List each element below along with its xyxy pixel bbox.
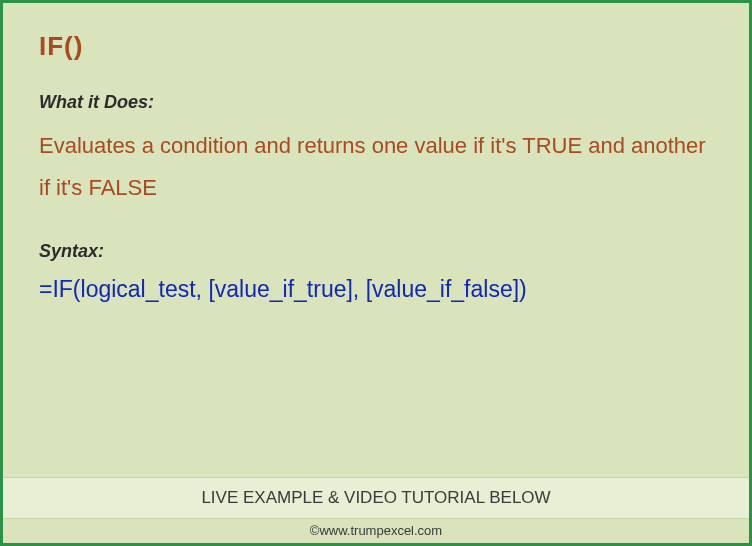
- card-footer: LIVE EXAMPLE & VIDEO TUTORIAL BELOW ©www…: [3, 477, 749, 543]
- footer-banner: LIVE EXAMPLE & VIDEO TUTORIAL BELOW: [3, 477, 749, 519]
- what-it-does-label: What it Does:: [39, 92, 713, 113]
- syntax-code: =IF(logical_test, [value_if_true], [valu…: [39, 276, 713, 303]
- footer-copyright: ©www.trumpexcel.com: [3, 519, 749, 543]
- syntax-label: Syntax:: [39, 241, 713, 262]
- function-card: IF() What it Does: Evaluates a condition…: [0, 0, 752, 546]
- what-it-does-text: Evaluates a condition and returns one va…: [39, 125, 713, 209]
- card-content: IF() What it Does: Evaluates a condition…: [3, 3, 749, 303]
- function-name: IF(): [39, 31, 713, 62]
